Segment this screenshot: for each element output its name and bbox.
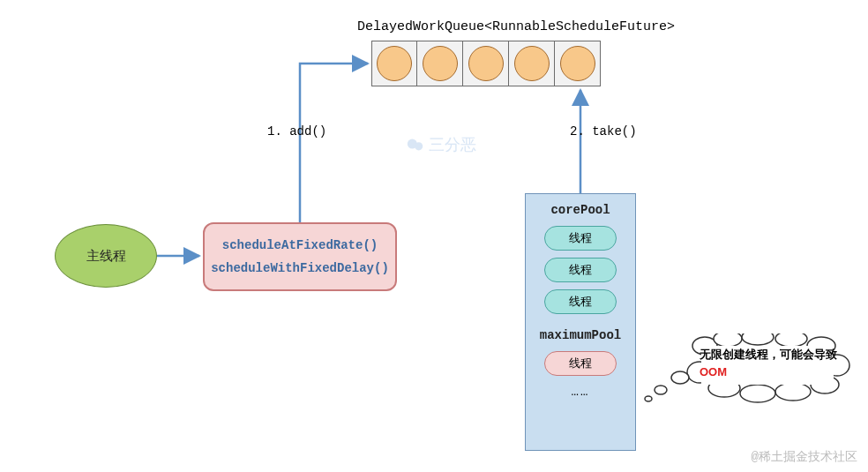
cloud-trail-icon	[641, 369, 694, 404]
thought-text: 无限创建线程，可能会导致OOM	[700, 346, 841, 380]
pool-ellipsis: ……	[572, 385, 590, 399]
thought-bubble: 无限创建线程，可能会导致OOM	[684, 333, 851, 397]
queue-slot	[509, 41, 555, 86]
core-thread: 线程	[544, 258, 617, 282]
edge-label-take: 2. take()	[570, 124, 637, 139]
svg-point-3	[415, 142, 423, 150]
core-thread: 线程	[544, 226, 617, 251]
svg-point-18	[645, 396, 652, 401]
main-thread-label: 主线程	[86, 248, 126, 265]
edge-label-add: 1. add()	[267, 124, 326, 139]
queue-title: DelayedWorkQueue<RunnableScheduleFuture>	[353, 19, 679, 34]
queue-slot	[555, 41, 601, 86]
thought-prefix: 无限创建线程，可能会导致	[700, 348, 837, 361]
queue-task-icon	[468, 46, 504, 81]
queue-task-icon	[560, 46, 595, 81]
queue-task-icon	[377, 46, 412, 81]
delayed-work-queue	[371, 41, 601, 86]
scheduler-method-1: scheduleAtFixedRate()	[222, 238, 378, 252]
queue-slot	[417, 41, 463, 86]
thought-oom: OOM	[700, 365, 727, 378]
core-pool-label: corePool	[550, 203, 610, 217]
watermark-author-text: 三分恶	[429, 134, 476, 155]
watermark-author: 三分恶	[406, 134, 476, 155]
svg-point-17	[655, 386, 667, 394]
core-thread: 线程	[544, 289, 617, 314]
max-thread: 线程	[544, 351, 617, 376]
svg-point-16	[671, 371, 689, 384]
queue-task-icon	[423, 46, 458, 81]
svg-point-6	[742, 333, 774, 345]
watermark-site: @稀土掘金技术社区	[752, 449, 857, 465]
queue-slot	[463, 41, 509, 86]
scheduler-method-2: scheduleWithFixedDelay()	[211, 261, 389, 275]
svg-point-12	[740, 385, 775, 402]
wechat-icon	[406, 135, 425, 154]
svg-point-7	[775, 333, 807, 347]
queue-slot	[371, 41, 417, 86]
max-pool-label: maximumPool	[540, 328, 621, 342]
scheduler-node: scheduleAtFixedRate() scheduleWithFixedD…	[203, 222, 397, 291]
queue-task-icon	[514, 46, 550, 81]
main-thread-node: 主线程	[55, 224, 157, 288]
thread-pool-node: corePool 线程 线程 线程 maximumPool 线程 ……	[525, 193, 636, 451]
svg-point-11	[775, 383, 811, 401]
svg-point-5	[714, 333, 742, 347]
